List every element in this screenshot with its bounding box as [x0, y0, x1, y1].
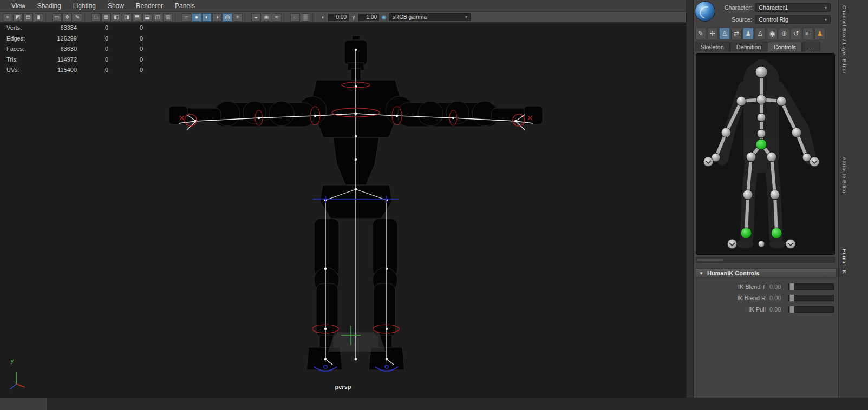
hud-faces-col2: 0 [77, 46, 108, 52]
selection-key-icon[interactable]: ◉ [767, 28, 778, 39]
2d-pan-zoom-icon[interactable]: ✥ [62, 13, 72, 22]
motion-blur-icon[interactable]: ≈ [272, 13, 282, 22]
menu-show[interactable]: Show [102, 2, 130, 10]
picker-joint-left-shoulder[interactable] [736, 96, 746, 106]
ik-pull-value[interactable]: 0.00 [769, 306, 788, 313]
image-plane-icon[interactable]: ▭ [52, 13, 62, 22]
tab-attribute-editor[interactable]: Attribute Editor [841, 157, 847, 195]
picker-arrow-left-foot[interactable] [727, 239, 737, 249]
textured-display-icon[interactable]: ◐ [202, 13, 212, 22]
menu-view[interactable]: View [5, 2, 31, 10]
perspective-viewport[interactable]: Verts: 63384 0 0 Edges: 126299 0 0 Faces… [0, 23, 686, 398]
xray-display-icon[interactable]: ▒ [301, 13, 310, 22]
exposure-field[interactable]: 0.00 [328, 14, 349, 21]
picker-arrow-right-foot[interactable] [786, 239, 795, 249]
picker-scrollbar-handle[interactable] [697, 259, 723, 261]
source-dropdown[interactable]: Control Rig ▾ [755, 15, 831, 24]
view-transform-dropdown[interactable]: sRGB gamma ▾ [389, 13, 471, 21]
picker-scrollbar[interactable] [696, 257, 835, 263]
picker-effector-left-ankle[interactable] [741, 228, 752, 239]
lighting-all-icon[interactable]: ☀ [233, 13, 243, 22]
skeleton-overlay[interactable] [179, 50, 533, 365]
slider-handle[interactable] [789, 294, 794, 302]
menu-shading[interactable]: Shading [31, 2, 67, 10]
picker-joint-neck[interactable] [756, 95, 766, 104]
layout-split-left-icon[interactable]: ◧ [112, 13, 121, 22]
layout-single-icon[interactable]: □ [91, 13, 101, 22]
picker-joint-head[interactable] [755, 66, 767, 78]
picker-joint-chest[interactable] [757, 113, 766, 122]
lock-camera-icon[interactable]: ◩ [13, 13, 23, 22]
stance-pose-icon[interactable]: ♙ [719, 28, 730, 39]
character-picker-canvas[interactable] [696, 54, 834, 254]
select-camera-icon[interactable]: ⌖ [3, 13, 12, 22]
picker-effector-right-ankle[interactable] [771, 228, 782, 239]
menu-renderer[interactable]: Renderer [130, 2, 169, 10]
hud-edges-col2: 0 [77, 36, 108, 42]
ik-pull-row: IK Pull 0.00 [694, 305, 837, 314]
picker-joint-right-elbow[interactable] [792, 128, 801, 137]
colorspace-icon[interactable]: ◉ [380, 13, 388, 22]
layout-four-view-icon[interactable]: ▦ [101, 13, 111, 22]
bookmarks-icon[interactable]: ▮ [34, 13, 43, 22]
character-pencil-icon[interactable]: ✎ [695, 28, 706, 39]
menu-panels[interactable]: Panels [169, 2, 201, 10]
picker-joint-left-hip[interactable] [746, 152, 756, 162]
gamma-field[interactable]: 1.00 [358, 14, 379, 21]
layout-hypershade-icon[interactable]: ▥ [163, 13, 173, 22]
wireframe-display-icon[interactable]: ○ [181, 13, 191, 22]
picker-joint-right-knee[interactable] [770, 190, 780, 200]
picker-joint-left-knee[interactable] [743, 190, 753, 200]
ik-pose-pen-icon[interactable]: ✛ [707, 28, 718, 39]
picker-effector-hips[interactable] [756, 139, 767, 150]
grease-pencil-icon[interactable]: ✎ [73, 13, 82, 22]
tab-skeleton[interactable]: Skeleton [695, 42, 730, 51]
smooth-shade-icon[interactable]: ● [192, 13, 201, 22]
character-person-icon[interactable]: ♟ [814, 28, 825, 39]
character-picker[interactable] [696, 53, 835, 255]
mirror-pose-icon[interactable]: ⇄ [731, 28, 742, 39]
full-body-key-icon[interactable]: ♟ [743, 28, 754, 39]
shadows-icon[interactable]: ◒ [251, 13, 261, 22]
layout-split-right-icon[interactable]: ◨ [122, 13, 132, 22]
picker-joint-left-elbow[interactable] [721, 128, 731, 137]
tab-definition[interactable]: Definition [730, 42, 767, 51]
picker-arrow-left-hand[interactable] [703, 157, 713, 167]
wireframe-on-shaded-icon[interactable]: ◎ [223, 13, 232, 22]
pin-translate-icon[interactable]: ⊕ [779, 28, 789, 39]
character-model-canvas[interactable] [0, 23, 686, 398]
slider-handle[interactable] [789, 306, 794, 313]
ik-blend-r-slider[interactable] [788, 295, 834, 301]
picker-arrow-right-hand[interactable] [810, 157, 819, 167]
panel-resize-gutter[interactable] [686, 0, 694, 398]
layout-outliner-icon[interactable]: ◫ [153, 13, 162, 22]
ik-blend-r-value[interactable]: 0.00 [769, 295, 788, 301]
tab-channel-box-layer-editor[interactable]: Channel Box / Layer Editor [841, 5, 847, 74]
body-part-key-icon[interactable]: ♙ [755, 28, 766, 39]
picker-joint-root[interactable] [758, 241, 765, 247]
screen-space-ao-icon[interactable]: ◉ [262, 13, 271, 22]
exposure-icon[interactable]: ◐ [319, 13, 328, 22]
isolate-select-icon[interactable]: ◌ [290, 13, 300, 22]
picker-joint-right-shoulder[interactable] [776, 96, 786, 106]
ik-blend-t-slider[interactable] [788, 283, 834, 290]
go-to-stance-icon[interactable]: ⇤ [802, 28, 813, 39]
tab-human-ik[interactable]: Human IK [841, 249, 847, 274]
camera-attributes-icon[interactable]: ▤ [23, 13, 33, 22]
tab-controls[interactable]: Controls [768, 42, 802, 51]
humanik-controls-header[interactable]: ▼ HumanIK Controls [695, 268, 837, 278]
pin-rotate-icon[interactable]: ↺ [791, 28, 801, 39]
gamma-icon[interactable]: γ [349, 13, 358, 22]
picker-joint-spine[interactable] [757, 129, 766, 138]
slider-handle[interactable] [789, 283, 794, 290]
ik-pull-slider[interactable] [788, 306, 834, 313]
layout-split-top-icon[interactable]: ⬒ [132, 13, 142, 22]
character-dropdown[interactable]: Character1 ▾ [755, 3, 831, 12]
picker-joint-right-hip[interactable] [767, 152, 776, 162]
tab-custom[interactable]: --- [802, 42, 820, 51]
menu-lighting[interactable]: Lighting [67, 2, 102, 10]
layout-split-bottom-icon[interactable]: ⬓ [142, 13, 152, 22]
status-bar-left-segment[interactable] [0, 398, 48, 410]
use-default-material-icon[interactable]: ◑ [212, 13, 222, 22]
ik-blend-t-value[interactable]: 0.00 [769, 283, 788, 290]
